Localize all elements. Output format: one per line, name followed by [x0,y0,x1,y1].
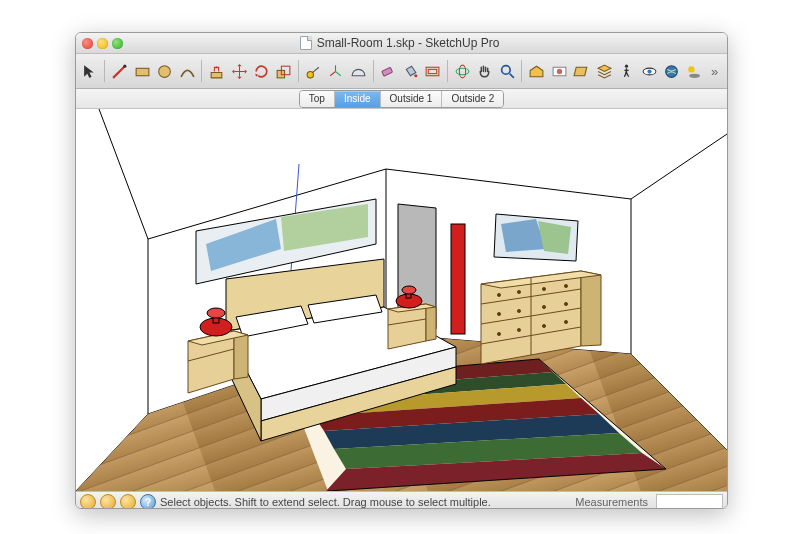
circle-tool[interactable] [154,60,174,82]
tape-measure-tool[interactable] [303,60,323,82]
status-credits-icon[interactable] [100,494,116,509]
section-plane-tool[interactable] [571,60,591,82]
svg-rect-1 [136,68,149,75]
svg-point-20 [690,73,701,77]
close-window-button[interactable] [82,38,93,49]
svg-point-83 [207,308,225,318]
svg-point-58 [542,324,545,327]
scene-tab-top[interactable]: Top [300,91,335,107]
eraser-tool[interactable] [378,60,398,82]
svg-point-49 [517,290,520,293]
select-tool[interactable] [80,60,100,82]
look-around-tool[interactable] [639,60,659,82]
svg-point-86 [402,286,416,294]
status-geo-icon[interactable] [80,494,96,509]
svg-point-10 [456,68,469,74]
measurements-label: Measurements [575,496,648,508]
svg-point-19 [689,66,695,72]
svg-point-54 [542,305,545,308]
svg-marker-74 [234,331,248,379]
scene-tab-outside-2[interactable]: Outside 2 [442,91,503,107]
toolbar-separator [298,60,299,82]
document-icon [300,36,312,50]
scene-tab-outside-1[interactable]: Outside 1 [381,91,443,107]
zoom-tool[interactable] [497,60,517,82]
layers-tool[interactable] [594,60,614,82]
pan-tool[interactable] [474,60,494,82]
main-toolbar: » [76,54,727,89]
status-hint-text: Select objects. Shift to extend select. … [160,496,491,508]
svg-point-7 [414,74,417,77]
toolbar-separator [201,60,202,82]
minimize-window-button[interactable] [97,38,108,49]
toolbar-separator [373,60,374,82]
3d-warehouse-tool[interactable] [526,60,546,82]
svg-point-48 [497,293,500,296]
toolbar-separator [521,60,522,82]
svg-point-50 [542,287,545,290]
status-bar: ? Select objects. Shift to extend select… [76,491,727,509]
app-window: Small-Room 1.skp - SketchUp Pro [75,32,728,509]
offset-tool[interactable] [423,60,443,82]
move-tool[interactable] [229,60,249,82]
axes-tool[interactable] [326,60,346,82]
svg-rect-9 [429,69,438,73]
svg-point-0 [123,64,126,67]
status-user-icon[interactable] [120,494,136,509]
window-title-text: Small-Room 1.skp - SketchUp Pro [317,36,500,50]
svg-point-56 [497,332,500,335]
match-photo-tool[interactable] [549,60,569,82]
push-pull-tool[interactable] [206,60,226,82]
paint-bucket-tool[interactable] [400,60,420,82]
window-title: Small-Room 1.skp - SketchUp Pro [127,36,672,50]
svg-marker-78 [426,304,436,341]
svg-rect-6 [382,67,393,76]
instructor-help-icon[interactable]: ? [140,494,156,509]
walkthrough-tool[interactable] [616,60,636,82]
toolbar-separator [447,60,448,82]
svg-point-53 [517,309,520,312]
scale-tool[interactable] [274,60,294,82]
scene-tab-inside[interactable]: Inside [335,91,381,107]
protractor-tool[interactable] [348,60,368,82]
scene-tab-bar: Top Inside Outside 1 Outside 2 [76,89,727,109]
svg-point-52 [497,312,500,315]
svg-point-57 [517,328,520,331]
rectangle-tool[interactable] [132,60,152,82]
line-tool[interactable] [109,60,129,82]
toolbar-separator [104,60,105,82]
measurements-input[interactable] [656,494,723,509]
geo-location-tool[interactable] [661,60,681,82]
svg-point-51 [564,284,567,287]
svg-point-59 [564,320,567,323]
rotate-tool[interactable] [251,60,271,82]
orbit-tool[interactable] [452,60,472,82]
model-viewport[interactable] [76,109,727,491]
svg-point-55 [564,302,567,305]
svg-marker-42 [581,271,601,346]
zoom-window-button[interactable] [112,38,123,49]
titlebar: Small-Room 1.skp - SketchUp Pro [76,33,727,54]
svg-point-17 [647,69,651,73]
toolbar-overflow-button[interactable]: » [706,64,723,79]
svg-point-12 [501,65,510,74]
svg-point-11 [459,65,465,78]
svg-point-14 [556,68,561,73]
svg-point-2 [159,65,171,77]
svg-rect-40 [451,224,465,334]
arc-tool[interactable] [177,60,197,82]
shadows-tool[interactable] [684,60,704,82]
svg-point-15 [625,64,628,67]
